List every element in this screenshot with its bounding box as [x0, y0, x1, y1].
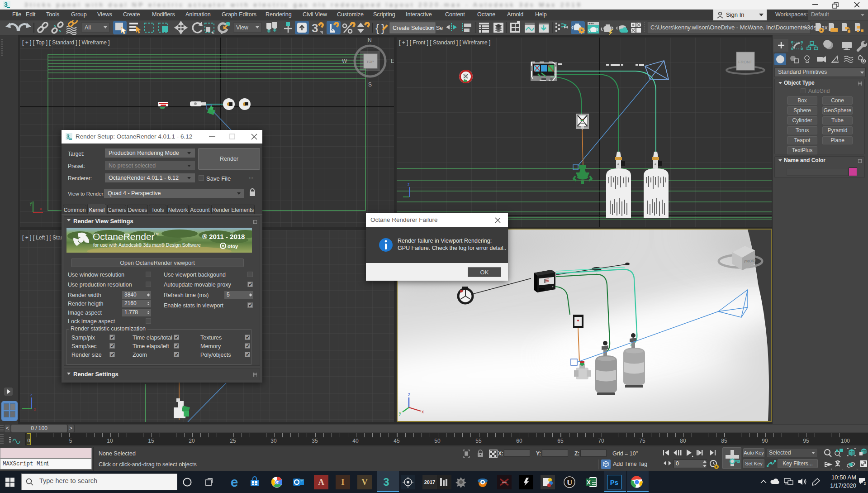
svg-text:z: z: [408, 182, 410, 187]
svg-text:x: x: [40, 206, 42, 211]
svg-text:OctaneRender: OctaneRender: [93, 231, 155, 242]
svg-text:y: y: [399, 411, 401, 416]
svg-text:y: y: [30, 201, 32, 206]
svg-text:G: G: [275, 479, 280, 486]
svg-text:View: View: [236, 24, 249, 31]
svg-text:All: All: [85, 24, 91, 31]
svg-text:3: 3: [312, 21, 318, 35]
svg-text:U: U: [567, 478, 572, 487]
svg-text:z: z: [408, 392, 410, 397]
svg-text:S: S: [368, 81, 372, 88]
svg-text:x: x: [34, 407, 36, 412]
svg-text:{: {: [375, 22, 379, 34]
svg-text:X: X: [587, 479, 591, 486]
svg-text:z: z: [30, 392, 33, 397]
svg-text:FRONT: FRONT: [738, 60, 752, 64]
svg-text:® 2011 - 2018: ® 2011 - 2018: [202, 233, 245, 240]
svg-text:Create Selection Se: Create Selection Se: [393, 25, 443, 31]
svg-text:TOP: TOP: [366, 60, 374, 64]
svg-text:N: N: [368, 38, 372, 43]
svg-text:x: x: [422, 409, 424, 414]
svg-text:TM: TM: [153, 232, 159, 236]
svg-text:E: E: [391, 58, 394, 64]
svg-text:otoy: otoy: [228, 244, 238, 249]
svg-text:2: 2: [864, 481, 866, 486]
svg-text:W: W: [342, 58, 347, 64]
svg-text:3: 3: [4, 1, 8, 8]
svg-text:C:\Users\kenny.wilson\OneDrive: C:\Users\kenny.wilson\OneDrive - McWane,…: [650, 24, 828, 31]
svg-text:3: 3: [66, 134, 70, 140]
svg-text:for use with Autodesk® 3ds max: for use with Autodesk® 3ds max® Design S…: [93, 242, 201, 248]
